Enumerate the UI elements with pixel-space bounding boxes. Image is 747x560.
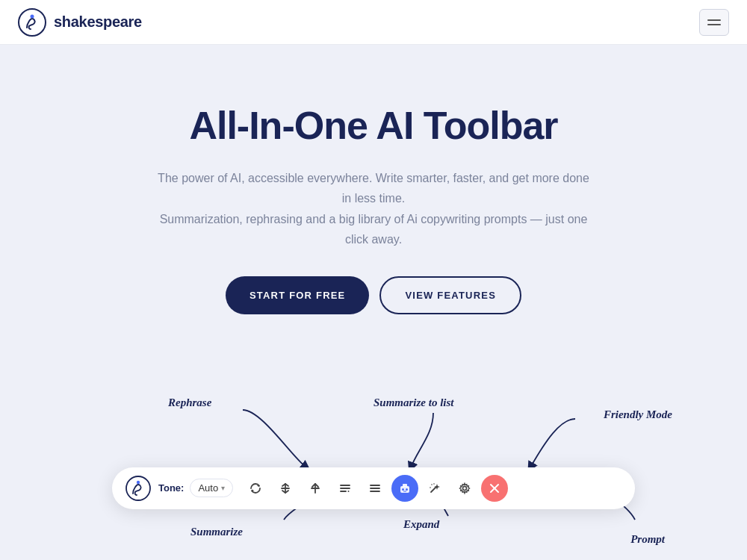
rephrase-icon xyxy=(249,482,262,495)
svg-point-25 xyxy=(463,486,467,490)
annotation-prompt: Prompt xyxy=(630,533,665,546)
magic-button[interactable] xyxy=(421,475,448,502)
hero-buttons: START FOR FREE VIEW FEATURES xyxy=(15,276,732,314)
svg-point-3 xyxy=(137,481,140,484)
toolbar-demo: Rephrase Summarize to list Friendly Mode… xyxy=(0,396,747,546)
magic-wand-icon xyxy=(428,482,441,495)
svg-point-17 xyxy=(402,488,404,491)
svg-point-24 xyxy=(433,483,435,485)
svg-point-11 xyxy=(348,491,350,492)
svg-point-18 xyxy=(406,488,408,491)
gear-icon xyxy=(458,482,471,495)
menu-line-2 xyxy=(707,24,721,25)
svg-point-0 xyxy=(19,9,46,36)
collapse-button[interactable] xyxy=(272,475,299,502)
header: shakespeare xyxy=(0,0,747,45)
annotations-container: Rephrase Summarize to list Friendly Mode… xyxy=(52,396,695,546)
menu-line-1 xyxy=(707,19,721,21)
ai-robot-button[interactable] xyxy=(391,475,418,502)
settings-button[interactable] xyxy=(451,475,478,502)
collapse-icon xyxy=(279,482,292,495)
annotation-rephrase: Rephrase xyxy=(168,396,211,409)
rephrase-button[interactable] xyxy=(242,475,269,502)
tone-value: Auto xyxy=(198,482,218,494)
expand-button[interactable] xyxy=(302,475,329,502)
tone-label: Tone: xyxy=(158,482,184,494)
close-icon xyxy=(489,483,500,494)
hero-title: All-In-One AI Toolbar xyxy=(15,105,732,147)
annotation-summarize-list: Summarize to list xyxy=(374,396,454,409)
logo-text: shakespeare xyxy=(54,13,142,31)
logo-icon xyxy=(18,8,46,37)
summarize-list-icon xyxy=(338,482,352,495)
robot-icon xyxy=(398,482,412,495)
toolbar: Tone: Auto ▾ xyxy=(112,467,635,509)
menu-button[interactable] xyxy=(699,9,729,36)
summarize-icon xyxy=(368,482,382,495)
svg-rect-16 xyxy=(403,484,407,487)
hero-subtitle-line1: The power of AI, accessible everywhere. … xyxy=(158,172,589,205)
hero-section: All-In-One AI Toolbar The power of AI, a… xyxy=(0,45,747,389)
logo-area: shakespeare xyxy=(18,8,142,37)
tone-dropdown[interactable]: Auto ▾ xyxy=(190,479,233,497)
toolbar-wrapper: Tone: Auto ▾ xyxy=(112,467,635,509)
summarize-list-button[interactable] xyxy=(332,475,359,502)
close-button[interactable] xyxy=(481,475,508,502)
svg-line-20 xyxy=(431,487,436,492)
annotation-summarize: Summarize xyxy=(190,526,243,538)
toolbar-logo-icon xyxy=(125,476,151,501)
annotation-expand: Expand xyxy=(403,518,439,531)
svg-point-1 xyxy=(31,14,34,18)
summarize-button[interactable] xyxy=(362,475,388,502)
view-features-button[interactable]: VIEW FEATURES xyxy=(379,276,521,314)
svg-point-2 xyxy=(126,476,150,500)
hero-subtitle: The power of AI, accessible everywhere. … xyxy=(157,168,590,249)
hero-subtitle-line2: Summarization, rephrasing and a big libr… xyxy=(160,213,588,246)
start-for-free-button[interactable]: START FOR FREE xyxy=(226,276,370,314)
expand-icon xyxy=(309,482,322,495)
svg-point-22 xyxy=(431,484,433,485)
annotation-friendly-mode: Friendly Mode xyxy=(604,408,672,421)
svg-rect-15 xyxy=(400,486,409,493)
chevron-down-icon: ▾ xyxy=(221,484,225,492)
svg-point-23 xyxy=(430,487,431,488)
